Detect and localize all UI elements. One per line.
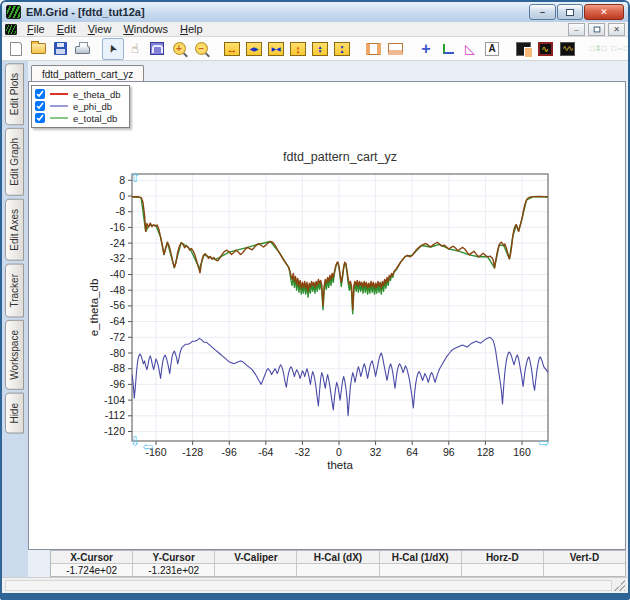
mdi-minimize-button[interactable]: – xyxy=(568,23,585,36)
cursor-table-header-cell: H-Cal (1/dX) xyxy=(380,551,462,563)
sidebar-tab-edit-graph[interactable]: Edit Graph xyxy=(5,128,24,196)
save-icon[interactable] xyxy=(49,38,71,60)
split-horizontal-icon[interactable] xyxy=(384,38,406,60)
app-logo-icon xyxy=(6,5,21,19)
menu-edit[interactable]: Edit xyxy=(51,23,82,35)
plot-style-icon[interactable] xyxy=(512,38,534,60)
link-vertical-icon[interactable] xyxy=(587,38,609,60)
graph-view-icon xyxy=(538,42,553,56)
legend-checkbox-e_theta_db[interactable] xyxy=(35,89,45,99)
sidebar-tab-edit-plots[interactable]: Edit Plots xyxy=(5,63,24,125)
zoom-out-icon[interactable] xyxy=(190,38,212,60)
cursor-table-value-cell: -1.231e+02 xyxy=(133,564,215,576)
select-tool-icon[interactable] xyxy=(102,38,124,60)
x-expand-icon xyxy=(246,42,262,56)
x-stretch-icon[interactable] xyxy=(221,38,243,60)
svg-text:e_theta_db: e_theta_db xyxy=(88,279,100,337)
mdi-close-button[interactable]: ✕ xyxy=(608,23,625,36)
y-stretch-icon[interactable] xyxy=(287,38,309,60)
app-window: EM.Grid - [fdtd_tut12a] – ✕ FileEditView… xyxy=(0,0,630,600)
sidebar-tab-workspace[interactable]: Workspace xyxy=(5,320,24,390)
graph-view-icon[interactable] xyxy=(534,38,556,60)
x-compress-icon[interactable] xyxy=(265,38,287,60)
y-compress-icon[interactable] xyxy=(331,38,353,60)
svg-text:128: 128 xyxy=(477,446,495,458)
text-tool-icon xyxy=(485,42,499,56)
svg-text:-32: -32 xyxy=(295,446,310,458)
caliper-tool-icon[interactable] xyxy=(459,38,481,60)
svg-text:-48: -48 xyxy=(110,284,125,296)
cursor-table-header-cell: H-Cal (dX) xyxy=(297,551,379,563)
cursor-table-row: -1.724e+02-1.231e+02 xyxy=(51,563,625,576)
title-bar[interactable]: EM.Grid - [fdtd_tut12a] – ✕ xyxy=(2,2,628,22)
sidebar-tab-edit-axes[interactable]: Edit Axes xyxy=(5,199,24,261)
x-compress-icon xyxy=(268,42,284,56)
crosshair-tool-icon xyxy=(421,41,430,57)
legend-line-swatch xyxy=(50,93,68,95)
minimize-button[interactable]: – xyxy=(529,4,556,20)
legend-item-e_phi_db: e_phi_db xyxy=(35,100,121,112)
link-vertical-icon xyxy=(590,44,606,53)
cursor-table-header-cell: Horz-D xyxy=(462,551,544,563)
print-icon[interactable] xyxy=(71,38,93,60)
svg-text:-24: -24 xyxy=(110,237,125,249)
svg-text:⇨: ⇨ xyxy=(539,435,550,450)
legend-line-swatch xyxy=(50,117,68,119)
mdi-restore-icon xyxy=(593,26,599,32)
crosshair-tool-icon[interactable] xyxy=(415,38,437,60)
sidebar-tab-hide[interactable]: Hide xyxy=(5,393,24,434)
menu-file[interactable]: File xyxy=(21,23,51,35)
document-tab-bar: fdtd_pattern_cart_yz xyxy=(28,61,626,81)
zoom-box-tool-icon xyxy=(150,42,164,55)
split-horizontal-icon xyxy=(388,43,403,55)
cursor-table-value-cell xyxy=(544,564,625,576)
legend-checkbox-e_total_db[interactable] xyxy=(35,113,45,123)
axes-tool-icon xyxy=(443,44,454,54)
menu-help[interactable]: Help xyxy=(174,23,209,35)
legend-checkbox-e_phi_db[interactable] xyxy=(35,101,45,111)
new-icon[interactable] xyxy=(5,38,27,60)
zoom-in-icon[interactable] xyxy=(168,38,190,60)
link-horizontal-icon[interactable] xyxy=(609,38,628,60)
svg-text:-88: -88 xyxy=(110,362,125,374)
svg-text:-80: -80 xyxy=(110,347,125,359)
cursor-table-row: X-CursorY-CursorV-CaliperH-Cal (dX)H-Cal… xyxy=(51,551,625,563)
plot-panel[interactable]: e_theta_dbe_phi_dbe_total_db 80-8-16-24-… xyxy=(28,81,626,550)
split-vertical-icon[interactable] xyxy=(362,38,384,60)
mdi-restore-button[interactable] xyxy=(588,23,605,36)
zoom-box-tool-icon[interactable] xyxy=(146,38,168,60)
legend-label: e_theta_db xyxy=(73,89,121,100)
open-icon[interactable] xyxy=(27,38,49,60)
svg-text:-8: -8 xyxy=(116,205,125,217)
save-icon xyxy=(54,42,67,55)
toolbar: Layout xyxy=(2,37,628,61)
restore-button[interactable] xyxy=(557,4,583,20)
pan-tool-icon[interactable] xyxy=(124,38,146,60)
svg-text:-128: -128 xyxy=(182,446,203,458)
sidebar-tabs: Edit PlotsEdit GraphEdit AxesTrackerWork… xyxy=(2,61,28,577)
legend-item-e_total_db: e_total_db xyxy=(35,112,121,124)
tab-fdtd-pattern-cart-yz[interactable]: fdtd_pattern_cart_yz xyxy=(31,65,144,82)
sidebar-tab-tracker[interactable]: Tracker xyxy=(5,264,24,318)
x-expand-icon[interactable] xyxy=(243,38,265,60)
axes-tool-icon[interactable] xyxy=(437,38,459,60)
cursor-table-header-cell: Vert-D xyxy=(544,551,625,563)
menu-windows[interactable]: Windows xyxy=(117,23,174,35)
menu-view[interactable]: View xyxy=(82,23,118,35)
cursor-table-value-cell xyxy=(380,564,462,576)
svg-text:-64: -64 xyxy=(258,446,273,458)
svg-text:32: 32 xyxy=(370,446,382,458)
close-button[interactable]: ✕ xyxy=(584,4,624,20)
svg-text:-16: -16 xyxy=(110,221,125,233)
multi-graph-icon[interactable] xyxy=(556,38,578,60)
resize-grip[interactable] xyxy=(614,580,625,591)
main-panel: fdtd_pattern_cart_yz e_theta_dbe_phi_dbe… xyxy=(28,61,628,577)
x-stretch-icon xyxy=(224,42,240,56)
y-expand-icon[interactable] xyxy=(309,38,331,60)
split-vertical-icon xyxy=(366,43,381,55)
chart-canvas[interactable]: 80-8-16-24-32-40-48-56-64-72-80-88-96-10… xyxy=(29,82,625,550)
svg-text:-32: -32 xyxy=(110,252,125,264)
window-title: EM.Grid - [fdtd_tut12a] xyxy=(26,6,524,18)
svg-text:⇧: ⇧ xyxy=(130,170,141,185)
text-tool-icon[interactable] xyxy=(481,38,503,60)
